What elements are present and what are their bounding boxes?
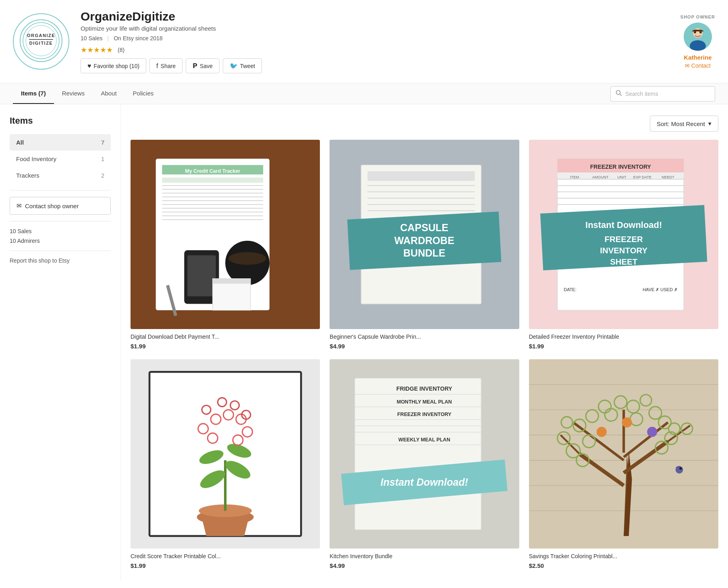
svg-rect-58 bbox=[557, 185, 684, 186]
search-input[interactable] bbox=[625, 91, 710, 97]
search-bar bbox=[610, 86, 715, 101]
svg-text:DIGITIZE: DIGITIZE bbox=[29, 41, 53, 46]
svg-line-12 bbox=[620, 94, 622, 95]
products-header: Sort: Most Recent ▾ bbox=[131, 116, 718, 132]
svg-rect-59 bbox=[557, 192, 684, 193]
facebook-icon: f bbox=[156, 62, 158, 70]
svg-rect-100 bbox=[355, 445, 481, 445]
filter-all[interactable]: All 7 bbox=[10, 134, 111, 151]
svg-rect-92 bbox=[355, 394, 481, 395]
svg-rect-57 bbox=[557, 179, 684, 180]
svg-text:EXP DATE: EXP DATE bbox=[633, 175, 651, 179]
filter-food-inventory[interactable]: Food Inventory 1 bbox=[10, 151, 111, 167]
svg-text:NEED?: NEED? bbox=[662, 175, 674, 179]
product-title: Credit Score Tracker Printable Col... bbox=[131, 553, 320, 561]
product-card-kitchen[interactable]: FRIDGE INVENTORY MONTHLY MEAL PLAN FREEZ… bbox=[330, 359, 519, 569]
svg-text:CAPSULE: CAPSULE bbox=[400, 222, 449, 233]
svg-rect-20 bbox=[162, 193, 263, 194]
sidebar-divider-2 bbox=[10, 221, 111, 222]
svg-point-31 bbox=[228, 252, 266, 265]
product-image-kitchen: FRIDGE INVENTORY MONTHLY MEAL PLAN FREEZ… bbox=[330, 359, 519, 549]
shop-meta: 10 Sales | On Etsy since 2018 bbox=[81, 35, 668, 41]
product-card-credit[interactable]: Credit Score Tracker Printable Col... $1… bbox=[131, 359, 320, 569]
svg-rect-98 bbox=[355, 432, 481, 433]
svg-rect-29 bbox=[187, 255, 216, 296]
svg-rect-39 bbox=[367, 192, 475, 193]
svg-text:HAVE ✗ USED ✗: HAVE ✗ USED ✗ bbox=[643, 287, 678, 292]
shop-tagline: Optimize your life with digital organiza… bbox=[81, 25, 668, 32]
svg-text:WEEKLY MEAL PLAN: WEEKLY MEAL PLAN bbox=[398, 437, 450, 443]
report-shop-link[interactable]: Report this shop to Etsy bbox=[10, 257, 111, 264]
sidebar-sales: 10 Sales bbox=[10, 228, 111, 234]
svg-text:MONTHLY MEAL PLAN: MONTHLY MEAL PLAN bbox=[397, 399, 452, 405]
tweet-button[interactable]: 🐦 Tweet bbox=[223, 58, 262, 73]
products-area: Sort: Most Recent ▾ My Credit Card Track… bbox=[121, 104, 728, 580]
shop-owner-label: SHOP OWNER bbox=[680, 14, 715, 19]
svg-text:FREEZER INVENTORY: FREEZER INVENTORY bbox=[397, 412, 452, 417]
review-count: (8) bbox=[118, 47, 124, 53]
svg-rect-22 bbox=[162, 201, 263, 201]
sidebar-divider-1 bbox=[10, 190, 111, 190]
svg-rect-24 bbox=[162, 208, 263, 209]
twitter-icon: 🐦 bbox=[230, 62, 238, 70]
filter-trackers[interactable]: Trackers 2 bbox=[10, 167, 111, 184]
message-icon: ✉ bbox=[685, 62, 690, 69]
owner-contact-link[interactable]: ✉ Contact bbox=[685, 62, 711, 69]
tab-reviews[interactable]: Reviews bbox=[54, 83, 93, 104]
svg-point-138 bbox=[647, 427, 657, 437]
contact-shop-owner-button[interactable]: ✉ Contact shop owner bbox=[10, 197, 111, 215]
svg-text:AMOUNT: AMOUNT bbox=[592, 175, 608, 179]
svg-rect-94 bbox=[355, 407, 481, 408]
tab-policies[interactable]: Policies bbox=[125, 83, 162, 104]
sort-button[interactable]: Sort: Most Recent ▾ bbox=[650, 116, 718, 132]
product-title: Detailed Freezer Inventory Printable bbox=[529, 333, 718, 341]
product-card-freezer[interactable]: FREEZER INVENTORY ITEM AMOUNT UNIT EXP D… bbox=[529, 140, 718, 350]
shop-name: OrganizeDigitize bbox=[81, 10, 668, 23]
svg-rect-25 bbox=[162, 212, 263, 213]
owner-name[interactable]: Katherine bbox=[684, 54, 711, 61]
since-label: On Etsy since 2018 bbox=[114, 35, 162, 41]
svg-rect-21 bbox=[162, 197, 263, 197]
svg-text:ORGANIZE: ORGANIZE bbox=[27, 33, 55, 38]
svg-point-137 bbox=[596, 427, 606, 437]
message-icon-2: ✉ bbox=[17, 202, 22, 209]
pinterest-icon: 𝗣 bbox=[193, 62, 197, 70]
save-button[interactable]: 𝗣 Save bbox=[186, 58, 220, 73]
action-buttons: ♥ Favorite shop (10) f Share 𝗣 Save 🐦 Tw… bbox=[81, 58, 668, 73]
product-image-savings bbox=[529, 359, 718, 549]
product-title: Digital Download Debt Payment T... bbox=[131, 333, 320, 341]
heart-icon: ♥ bbox=[87, 62, 91, 70]
product-title: Savings Tracker Coloring Printabl... bbox=[529, 553, 718, 561]
tab-items[interactable]: Items (7) bbox=[13, 83, 54, 104]
product-price: $1.99 bbox=[131, 343, 320, 350]
svg-rect-97 bbox=[355, 426, 481, 427]
svg-rect-37 bbox=[367, 171, 475, 181]
svg-text:DATE:: DATE: bbox=[564, 287, 577, 292]
product-card-debt-tracker[interactable]: My Credit Card Tracker bbox=[131, 140, 320, 350]
svg-rect-18 bbox=[162, 185, 263, 186]
product-image-debt: My Credit Card Tracker bbox=[131, 140, 320, 329]
svg-rect-96 bbox=[355, 419, 481, 420]
star-rating: ★★★★★ bbox=[81, 46, 113, 54]
svg-text:WARDROBE: WARDROBE bbox=[394, 235, 454, 246]
products-grid: My Credit Card Tracker bbox=[131, 140, 718, 569]
share-button[interactable]: f Share bbox=[149, 58, 183, 73]
svg-text:INVENTORY: INVENTORY bbox=[600, 246, 647, 255]
svg-rect-61 bbox=[557, 204, 684, 205]
search-icon bbox=[616, 90, 622, 98]
svg-text:BUNDLE: BUNDLE bbox=[403, 247, 446, 259]
product-card-wardrobe[interactable]: CAPSULE WARDROBE BUNDLE Beginner's Capsu… bbox=[330, 140, 519, 350]
svg-text:Instant Download!: Instant Download! bbox=[381, 476, 468, 487]
svg-rect-60 bbox=[557, 198, 684, 199]
rating-row: ★★★★★ (8) bbox=[81, 46, 668, 54]
page-header: ORGANIZE DIGITIZE OrganizeDigitize Optim… bbox=[0, 0, 728, 83]
main-content: Items All 7 Food Inventory 1 Trackers 2 … bbox=[0, 104, 728, 580]
tab-about[interactable]: About bbox=[93, 83, 124, 104]
svg-rect-40 bbox=[367, 198, 475, 199]
chevron-down-icon: ▾ bbox=[708, 120, 711, 127]
product-image-freezer: FREEZER INVENTORY ITEM AMOUNT UNIT EXP D… bbox=[529, 140, 718, 329]
favorite-button[interactable]: ♥ Favorite shop (10) bbox=[81, 58, 146, 73]
product-card-savings[interactable]: Savings Tracker Coloring Printabl... $2.… bbox=[529, 359, 718, 569]
svg-text:UNIT: UNIT bbox=[617, 175, 626, 179]
product-price: $4.99 bbox=[330, 343, 519, 350]
